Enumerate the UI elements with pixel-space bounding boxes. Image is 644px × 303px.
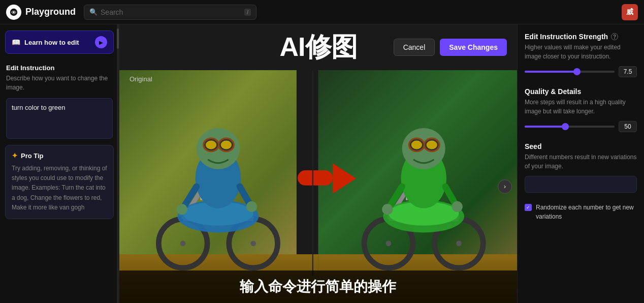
play-icon: ▶ xyxy=(99,40,103,45)
play-button[interactable]: ▶ xyxy=(95,36,107,48)
strength-slider-row: 7.5 xyxy=(525,66,637,77)
quality-slider-fill xyxy=(525,126,565,128)
svg-point-21 xyxy=(221,140,232,149)
quality-section: Quality & Details More steps will result… xyxy=(525,87,637,132)
center-content: AI修图 Cancel Save Changes Original › xyxy=(119,24,517,303)
pro-tip-title: Pro Tip xyxy=(21,152,44,160)
learn-how-button[interactable]: 📖 Learn how to edit ▶ xyxy=(5,31,114,54)
original-label: Original xyxy=(130,75,152,83)
svg-point-44 xyxy=(427,140,437,149)
svg-point-50 xyxy=(452,201,463,212)
page-title: AI修图 xyxy=(280,29,357,65)
svg-rect-52 xyxy=(298,170,333,186)
save-changes-button[interactable]: Save Changes xyxy=(440,39,507,56)
sidebar-scrollbar xyxy=(117,24,119,303)
learn-how-label-group: 📖 Learn how to edit xyxy=(12,38,79,46)
strength-slider-fill xyxy=(525,71,577,73)
top-nav: Playground 🔍 / 威 xyxy=(0,0,644,24)
search-icon: 🔍 xyxy=(89,8,98,16)
svg-point-32 xyxy=(456,241,462,247)
strength-desc: Higher values will make your edited imag… xyxy=(525,43,637,61)
center-header: AI修图 Cancel Save Changes xyxy=(119,24,517,70)
right-panel: Edit Instruction Strength ? Higher value… xyxy=(517,24,644,303)
strength-value: 7.5 xyxy=(619,66,637,77)
seed-desc: Different numbers result in new variatio… xyxy=(525,153,637,171)
quality-desc: More steps will result in a high quality… xyxy=(525,98,637,116)
svg-point-1 xyxy=(13,11,15,13)
seed-input[interactable] xyxy=(525,176,637,193)
svg-point-43 xyxy=(411,140,422,149)
svg-point-28 xyxy=(246,201,257,212)
quality-value: 50 xyxy=(619,121,637,132)
strength-slider-track[interactable] xyxy=(525,71,615,73)
randomize-row: ✓ Randomize each number to get new varia… xyxy=(525,203,637,221)
image-area: Original › xyxy=(119,70,517,303)
pro-tip-header: ✦ Pro Tip xyxy=(12,152,107,160)
svg-text:输入命令进行简单的操作: 输入命令进行简单的操作 xyxy=(240,279,397,294)
left-sidebar: 📖 Learn how to edit ▶ Edit Instruction D… xyxy=(0,24,119,303)
quality-slider-track[interactable] xyxy=(525,126,615,128)
strength-section: Edit Instruction Strength ? Higher value… xyxy=(525,33,637,77)
svg-point-30 xyxy=(386,241,392,247)
quality-slider-thumb[interactable] xyxy=(562,123,569,130)
frog-comparison-image: 输入命令进行简单的操作 xyxy=(119,70,517,303)
nav-logo: Playground xyxy=(6,5,76,20)
header-actions: Cancel Save Changes xyxy=(394,39,507,56)
svg-point-27 xyxy=(176,204,187,215)
book-icon: 📖 xyxy=(12,38,20,46)
scroll-right-button[interactable]: › xyxy=(498,179,512,194)
seed-section: Seed Different numbers result in new var… xyxy=(525,142,637,193)
image-canvas: 输入命令进行简单的操作 xyxy=(119,70,517,303)
logo-text: Playground xyxy=(25,7,76,17)
quality-title: Quality & Details xyxy=(525,87,637,96)
star-icon: ✦ xyxy=(12,152,18,160)
logo-icon xyxy=(6,5,21,20)
strength-title: Edit Instruction Strength ? xyxy=(525,33,637,41)
seed-title: Seed xyxy=(525,142,637,150)
search-kbd: / xyxy=(244,9,251,16)
edit-instruction-title: Edit Instruction xyxy=(6,64,113,72)
edit-instruction-section: Edit Instruction Describe how you want t… xyxy=(0,58,119,96)
svg-point-7 xyxy=(180,241,186,247)
learn-how-label: Learn how to edit xyxy=(24,39,79,46)
svg-point-9 xyxy=(250,241,256,247)
quality-slider-row: 50 xyxy=(525,121,637,132)
edit-instruction-desc: Describe how you want to change the imag… xyxy=(6,74,113,92)
randomize-checkbox[interactable]: ✓ xyxy=(525,204,532,211)
instruction-textarea[interactable]: turn color to green xyxy=(6,98,113,139)
svg-point-20 xyxy=(206,140,216,149)
main-layout: 📖 Learn how to edit ▶ Edit Instruction D… xyxy=(0,24,644,303)
search-bar[interactable]: 🔍 / xyxy=(84,5,256,20)
avatar[interactable]: 威 xyxy=(622,4,638,20)
pro-tip-text: Try adding, removing, or thinking of sty… xyxy=(12,164,107,213)
svg-point-49 xyxy=(382,204,393,215)
pro-tip-box: ✦ Pro Tip Try adding, removing, or think… xyxy=(5,145,114,219)
strength-info-icon[interactable]: ? xyxy=(611,33,618,40)
strength-slider-thumb[interactable] xyxy=(573,68,581,75)
randomize-label: Randomize each number to get new variati… xyxy=(536,203,637,221)
search-input[interactable] xyxy=(101,8,241,16)
cancel-button[interactable]: Cancel xyxy=(394,39,435,56)
